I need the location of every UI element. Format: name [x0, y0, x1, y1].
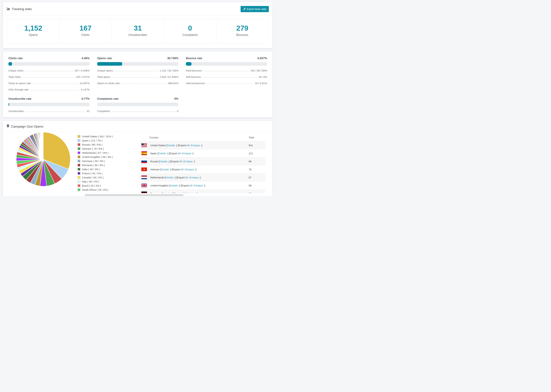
summary-tile-clicks: 167 Clicks: [59, 19, 112, 43]
legend-color-chip: [78, 164, 80, 167]
legend-label: Germany ( 55 / 3% ): [82, 160, 105, 162]
summary-tile-bounces: 279 Bounces: [216, 19, 268, 43]
summary-tile-complaints: 0 Complaints: [164, 19, 216, 43]
legend-item-netherlands[interactable]: Netherlands ( 67 / 4% ): [78, 151, 113, 154]
legend-item-vietnam[interactable]: Vietnam ( 79 / 5% ): [78, 147, 113, 150]
export-all-link-vn[interactable]: All ›: [181, 168, 185, 171]
dotted-leader: [25, 71, 73, 71]
legend-color-chip: [78, 147, 80, 150]
geo-legend: United States ( 541 / 31% ) Spain ( 121 …: [78, 135, 113, 192]
details-link-de[interactable]: Details ›: [162, 192, 172, 193]
stat-value: 14.497%: [79, 82, 90, 85]
legend-color-chip: [78, 160, 80, 162]
bracket: ] [Export:: [179, 184, 190, 187]
legend-item-india[interactable]: India ( 46 / 3% ): [78, 168, 113, 171]
dotted-leader: [206, 84, 254, 84]
rate-progress-fill: [186, 62, 191, 66]
summary-label: Unsubscribes: [112, 33, 164, 37]
details-link-vn[interactable]: Details ›: [161, 168, 170, 171]
rate-head: Clicks rate 4.46%: [8, 57, 90, 60]
legend-item-france[interactable]: France ( 42 / 2% ): [78, 172, 113, 175]
summary-strip: 1,152 Opens 167 Clicks 31 Unsubscribes 0…: [7, 19, 268, 43]
export-all-link-gb[interactable]: All ›: [190, 184, 194, 187]
bracket: ] [Export:: [168, 152, 178, 155]
bracket: ] [Export:: [169, 160, 179, 163]
stat-value: 31: [87, 110, 90, 112]
stat-label: Opens to clicks rate: [97, 82, 120, 85]
geo-table-header: Country Total: [141, 133, 265, 141]
total-column-header: Total: [249, 136, 265, 139]
legend-item-united-states[interactable]: United States ( 541 / 31% ): [78, 135, 113, 138]
flag-us-icon: [141, 143, 147, 147]
stat-value: 1,152 / 30.736%: [160, 69, 178, 72]
export-all-link-de[interactable]: All ›: [182, 192, 186, 193]
legend-label: Netherlands ( 67 / 4% ): [82, 151, 108, 154]
bracket: ]: [194, 160, 195, 163]
legend-item-spain[interactable]: Spain ( 121 / 7% ): [78, 139, 113, 142]
details-link-ru[interactable]: Details ›: [160, 160, 169, 163]
legend-item-south-africa[interactable]: South Africa ( 29 / 2% ): [78, 188, 113, 191]
bracket: ] [Export:: [177, 144, 187, 147]
export-unique-link-es[interactable]: Unique ›: [183, 152, 193, 155]
country-cell: Spain [Details ›] [Export: All › / Uniqu…: [141, 151, 249, 155]
rate-progress-track: [8, 62, 90, 66]
flag-nl-icon: [141, 175, 147, 179]
export-unique-link-de[interactable]: Unique ›: [187, 192, 197, 193]
export-all-link-us[interactable]: All ›: [187, 144, 191, 147]
stat-value: 167 / 4.456%: [74, 69, 90, 72]
dotted-leader: [114, 71, 158, 71]
export-unique-link-gb[interactable]: Unique ›: [195, 184, 205, 187]
export-unique-link-nl[interactable]: Unique ›: [190, 176, 200, 179]
geo-table: Country Total United States [Details ›] …: [141, 133, 265, 193]
export-all-link-ru[interactable]: All ›: [179, 160, 184, 163]
legend-item-united-kingdom[interactable]: United Kingdom ( 59 / 3% ): [78, 155, 113, 158]
rate-head: Complaints rate 0%: [97, 97, 178, 100]
legend-item-canada[interactable]: Canada ( 40 / 2% ): [78, 176, 113, 179]
summary-value: 31: [112, 24, 164, 32]
stat-value: 220 / 5.87%: [76, 75, 90, 78]
rate-head: Bounce rate 6.927%: [186, 57, 267, 60]
rate-block-bounce-rate: Bounce rate 6.927% Hard bounces 242 / 86…: [186, 57, 267, 91]
geo-row-us: United States [Details ›] [Export: All ›…: [141, 141, 265, 149]
rate-block-clicks-rate: Clicks rate 4.46% Unique clicks 167 / 4.…: [8, 57, 90, 91]
legend-item-romania[interactable]: Romania ( 49 / 3% ): [78, 164, 113, 167]
stat-row-click-through-rate: Click through rate 4.147%: [8, 88, 90, 91]
flag-de-icon: [141, 192, 147, 193]
stat-label: Unsubscribes: [8, 110, 24, 112]
export-button-label: Export basic stats: [247, 8, 266, 10]
details-link-nl[interactable]: Details ›: [165, 176, 175, 179]
export-unique-link-us[interactable]: Unique ›: [192, 144, 202, 147]
legend-label: Canada ( 40 / 2% ): [82, 176, 104, 179]
rate-title: Bounce rate: [186, 57, 202, 60]
legend-item-germany[interactable]: Germany ( 55 / 3% ): [78, 160, 113, 162]
total-cell: 86: [249, 160, 265, 163]
export-unique-link-vn[interactable]: Unique ›: [186, 168, 196, 171]
details-link-us[interactable]: Details ›: [167, 144, 177, 147]
dotted-leader: [203, 71, 249, 71]
legend-item-italy[interactable]: Italy ( 36 / 2% ): [78, 180, 113, 183]
stat-row-unique-opens: Unique opens 1,152 / 30.736%: [97, 69, 178, 72]
export-all-link-es[interactable]: All ›: [178, 152, 182, 155]
rate-progress-fill: [8, 103, 9, 106]
horizontal-scrollbar-thumb[interactable]: [85, 194, 184, 196]
stat-value: 4.147%: [81, 88, 90, 91]
bracket: ] [Export:: [170, 168, 181, 171]
details-link-gb[interactable]: Details ›: [170, 184, 179, 187]
summary-tile-opens: 1,152 Opens: [7, 19, 59, 43]
details-link-es[interactable]: Details ›: [158, 152, 168, 155]
tracking-stats-header: Tracking stats Export basic stats: [3, 2, 273, 16]
export-all-link-nl[interactable]: All ›: [185, 176, 190, 179]
bracket: ] [Export:: [175, 176, 185, 179]
legend-item-brazil[interactable]: Brazil ( 33 / 2% ): [78, 184, 113, 187]
legend-color-chip: [78, 135, 80, 138]
export-unique-link-ru[interactable]: Unique ›: [184, 160, 194, 163]
rate-value: 30.736%: [167, 57, 178, 60]
legend-item-russia[interactable]: Russia ( 86 / 5% ): [78, 143, 113, 146]
export-basic-stats-button[interactable]: Export basic stats: [240, 6, 269, 12]
rate-block-unsubscribe-rate: Unsubscribe rate 0.77% Unsubscribes 31: [8, 97, 90, 112]
stat-label: Clicks to opens rate: [8, 82, 31, 85]
legend-label: United States ( 541 / 31% ): [82, 135, 113, 138]
legend-label: India ( 46 / 3% ): [82, 168, 100, 171]
summary-label: Complaints: [164, 33, 216, 37]
legend-label: Vietnam ( 79 / 5% ): [82, 147, 104, 150]
